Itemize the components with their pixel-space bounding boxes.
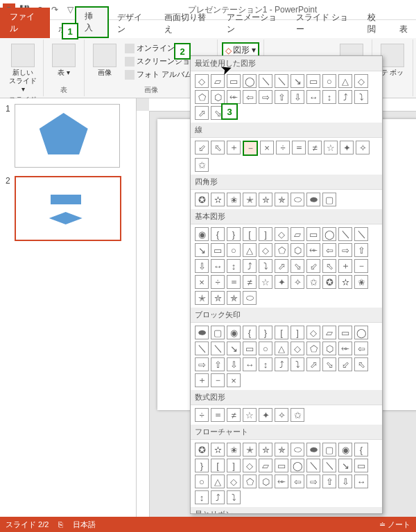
shape-item[interactable]: ⤴ — [338, 90, 352, 104]
shape-item[interactable]: ⇧ — [354, 243, 368, 257]
shape-item[interactable]: ✪ — [195, 193, 209, 206]
shape-item[interactable]: ▢ — [322, 193, 336, 206]
tab-file[interactable]: ファイル — [0, 8, 50, 38]
shape-item[interactable]: ▭ — [275, 459, 288, 472]
shape-item[interactable]: ⤴ — [243, 259, 257, 273]
shape-item[interactable]: ◇ — [259, 243, 272, 257]
shape-item[interactable]: { — [243, 326, 257, 339]
shape-item[interactable]: ⇩ — [338, 475, 352, 488]
shape-item[interactable]: ⇧ — [211, 357, 225, 371]
shape-item[interactable]: ▱ — [322, 326, 336, 339]
shape-item[interactable]: ⬁ — [354, 357, 368, 371]
shape-item[interactable]: － — [354, 259, 368, 273]
shape-item[interactable]: } — [259, 326, 272, 339]
shape-item[interactable]: ⬠ — [195, 90, 209, 104]
shape-item[interactable]: ↕ — [322, 90, 336, 104]
shape-item[interactable]: ◯ — [354, 326, 368, 339]
shape-item[interactable]: ⇦ — [291, 475, 304, 488]
shape-item[interactable]: ⬡ — [322, 342, 336, 355]
shape-item[interactable]: ＋ — [227, 141, 241, 154]
shape-item[interactable]: ↕ — [195, 490, 209, 504]
shape-item[interactable]: ◉ — [227, 326, 241, 339]
shape-item[interactable]: ☆ — [324, 141, 338, 154]
shape-item[interactable]: × — [195, 275, 209, 289]
shape-item[interactable]: ÷ — [195, 408, 209, 422]
shape-item[interactable]: ⬀ — [195, 106, 209, 120]
shape-item[interactable]: ☆ — [259, 275, 272, 289]
shape-item[interactable]: △ — [275, 342, 288, 355]
shape-item[interactable]: ≠ — [308, 141, 322, 154]
shape-item[interactable]: － — [243, 141, 258, 156]
shape-item[interactable]: ÷ — [276, 141, 290, 154]
shape-item[interactable]: ⬠ — [306, 342, 320, 355]
shape-item[interactable]: ⬁ — [322, 259, 336, 273]
language-indicator[interactable]: 日本語 — [73, 520, 96, 530]
shape-item[interactable]: ↔ — [306, 90, 320, 104]
shape-item[interactable]: ✦ — [340, 141, 354, 154]
shape-item[interactable]: ] — [259, 227, 272, 241]
shape-item[interactable]: ] — [291, 326, 304, 339]
shape-item[interactable]: ⤵ — [354, 90, 368, 104]
shape-item[interactable]: ▭ — [354, 459, 368, 472]
shape-item[interactable]: ⬁ — [211, 141, 225, 154]
shape-item[interactable]: × — [227, 373, 241, 387]
shape-item[interactable]: ◇ — [275, 227, 288, 241]
shape-item[interactable]: ↕ — [259, 357, 272, 371]
shape-item[interactable]: ✯ — [275, 443, 288, 456]
shape-item[interactable]: } — [195, 459, 209, 472]
shape-item[interactable]: ＼ — [354, 227, 368, 241]
tab-review[interactable]: 校閲 — [359, 9, 391, 38]
shape-item[interactable]: ◉ — [338, 443, 352, 456]
shape-item[interactable]: ⇦ — [354, 342, 368, 355]
shape-item[interactable]: ✩ — [291, 408, 304, 422]
shape-item[interactable]: × — [260, 141, 274, 154]
shape-item[interactable]: ✧ — [275, 408, 288, 422]
shape-item[interactable]: { — [354, 443, 368, 456]
tab-transition[interactable]: 画面切り替え — [156, 9, 218, 38]
shape-item[interactable]: ◉ — [195, 227, 209, 241]
shape-item[interactable]: － — [211, 373, 225, 387]
shape-item[interactable]: ＼ — [195, 342, 209, 355]
shape-item[interactable]: ⇦ — [322, 243, 336, 257]
shape-item[interactable]: } — [227, 227, 241, 241]
shape-item[interactable]: ◇ — [195, 74, 209, 88]
shape-item[interactable]: ↘ — [291, 74, 304, 88]
shape-item[interactable]: ⬭ — [291, 193, 304, 206]
shape-item[interactable]: ⬰ — [227, 90, 241, 104]
shape-item[interactable]: ⬀ — [275, 259, 288, 273]
shape-item[interactable]: ✯ — [227, 291, 241, 305]
shape-item[interactable]: △ — [211, 475, 225, 488]
shape-item[interactable]: ⬭ — [291, 443, 304, 456]
shape-item[interactable]: ▭ — [243, 342, 257, 355]
shape-item[interactable]: ＼ — [275, 74, 288, 88]
shape-item[interactable]: ⤵ — [227, 490, 241, 504]
shape-item[interactable]: ▭ — [306, 74, 320, 88]
shape-item[interactable]: ✮ — [259, 193, 272, 206]
shape-item[interactable]: ↘ — [227, 342, 241, 355]
shape-item[interactable]: ＝ — [211, 408, 225, 422]
shape-item[interactable]: ◇ — [306, 326, 320, 339]
shape-item[interactable]: { — [211, 227, 225, 241]
shape-item[interactable]: ⬬ — [306, 443, 320, 456]
shape-item[interactable]: ⇧ — [322, 475, 336, 488]
shape-item[interactable]: ✦ — [259, 408, 272, 422]
shape-item[interactable]: ✭ — [195, 291, 209, 305]
shape-item[interactable]: ⇦ — [243, 90, 257, 104]
shape-item[interactable]: ⇧ — [275, 90, 288, 104]
shape-item[interactable]: ＼ — [211, 342, 225, 355]
shape-item[interactable]: ◇ — [243, 459, 257, 472]
shape-item[interactable]: ▢ — [322, 443, 336, 456]
shape-item[interactable]: ⇨ — [338, 243, 352, 257]
shape-item[interactable]: [ — [243, 227, 257, 241]
shape-item[interactable]: ⬰ — [306, 243, 320, 257]
shape-item[interactable]: ≠ — [243, 275, 257, 289]
shape-item[interactable]: ✮ — [211, 291, 225, 305]
shape-item[interactable]: ＝ — [227, 275, 241, 289]
shape-item[interactable]: ⬂ — [291, 259, 304, 273]
shape-item[interactable]: ✦ — [275, 275, 288, 289]
shape-item[interactable]: ▱ — [291, 227, 304, 241]
shape-item[interactable]: ⬂ — [322, 357, 336, 371]
shape-item[interactable]: ◇ — [227, 475, 241, 488]
thumbnail-1[interactable]: 1 — [6, 104, 130, 168]
image-button[interactable]: 画像 — [89, 42, 121, 78]
